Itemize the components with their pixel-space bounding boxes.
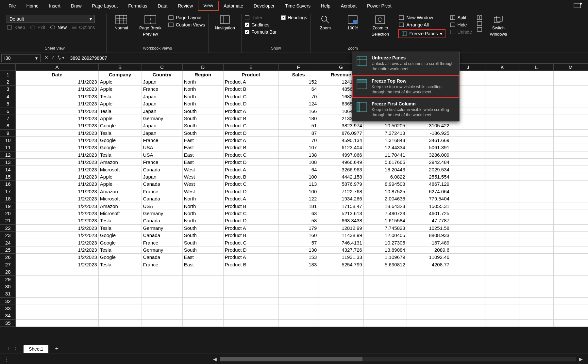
cell[interactable] xyxy=(554,122,588,129)
cell[interactable]: Canada xyxy=(142,166,182,173)
cell[interactable] xyxy=(363,305,407,312)
cell[interactable]: 6123.404 xyxy=(318,144,364,151)
cell[interactable]: Apple xyxy=(98,115,142,122)
cell[interactable] xyxy=(16,268,98,275)
cell[interactable]: Product C xyxy=(223,239,278,246)
cell[interactable]: 1/2/2023 xyxy=(16,231,98,239)
menu-power-pivot[interactable]: Power Pivot xyxy=(362,1,397,10)
horizontal-scrollbar[interactable]: ◀ ▶ xyxy=(212,356,584,362)
cell[interactable]: Microsoft xyxy=(98,210,142,217)
cell[interactable]: 4601.725 xyxy=(407,210,451,217)
cell[interactable] xyxy=(278,327,318,327)
menu-data[interactable]: Data xyxy=(153,1,173,10)
cell[interactable] xyxy=(182,283,223,290)
keep-button[interactable]: Keep xyxy=(7,25,25,30)
cell[interactable]: USA xyxy=(142,202,182,210)
row-header[interactable]: 29 xyxy=(0,276,16,283)
col-header-K[interactable]: K xyxy=(485,64,519,71)
row-header[interactable]: 22 xyxy=(0,224,16,231)
cell[interactable] xyxy=(278,290,318,297)
cell[interactable] xyxy=(278,276,318,283)
cell[interactable]: Japan xyxy=(142,78,182,85)
cell[interactable]: 7122.768 xyxy=(318,188,364,195)
cell[interactable]: Japan xyxy=(142,122,182,129)
row-header[interactable]: 32 xyxy=(0,297,16,305)
cell[interactable] xyxy=(407,312,451,319)
row-header[interactable]: 10 xyxy=(0,136,16,144)
row-header[interactable]: 18 xyxy=(0,195,16,202)
cell[interactable] xyxy=(98,290,142,297)
cell[interactable] xyxy=(318,297,364,305)
cell[interactable]: 11092.46 xyxy=(407,254,451,261)
cell[interactable]: 113 xyxy=(278,181,318,188)
cell[interactable] xyxy=(485,86,519,93)
name-box[interactable]: I30 ▾ xyxy=(1,54,41,62)
view-side-button[interactable] xyxy=(477,15,482,20)
cell[interactable]: 8.994508 xyxy=(363,181,407,188)
cell[interactable] xyxy=(485,166,519,173)
cell[interactable]: -167.489 xyxy=(407,239,451,246)
cell[interactable]: 11.70441 xyxy=(363,151,407,158)
accept-formula-icon[interactable]: ✓ xyxy=(51,55,55,61)
cell[interactable]: 18.20443 xyxy=(363,166,407,173)
cell[interactable]: 64 xyxy=(278,86,318,93)
cell[interactable]: East xyxy=(182,261,223,268)
cell[interactable] xyxy=(278,312,318,319)
cell[interactable]: 779.5404 xyxy=(407,195,451,202)
page-layout-button[interactable]: Page Layout xyxy=(168,15,205,20)
cell[interactable]: 166 xyxy=(278,107,318,115)
new-window-button[interactable]: New Window xyxy=(398,15,445,20)
cell[interactable] xyxy=(363,290,407,297)
cell[interactable] xyxy=(485,93,519,100)
cell[interactable]: Product C xyxy=(223,122,278,129)
cell[interactable]: Japan xyxy=(142,100,182,107)
cell[interactable]: 1/1/2023 xyxy=(16,151,98,158)
cell[interactable] xyxy=(451,136,485,144)
cell[interactable] xyxy=(182,268,223,275)
cell[interactable]: Google xyxy=(98,231,142,239)
cell[interactable] xyxy=(485,136,519,144)
cell[interactable]: North xyxy=(182,86,223,93)
cell[interactable] xyxy=(16,290,98,297)
row-header[interactable]: 26 xyxy=(0,254,16,261)
cell[interactable] xyxy=(554,268,588,275)
cell[interactable]: 47.7787 xyxy=(407,217,451,224)
cell[interactable] xyxy=(554,188,588,195)
cell[interactable]: Product C xyxy=(223,181,278,188)
cell[interactable]: 12.00405 xyxy=(363,231,407,239)
row-header[interactable]: 12 xyxy=(0,151,16,158)
cell[interactable] xyxy=(519,297,554,305)
ruler-checkbox[interactable]: Ruler xyxy=(245,15,277,20)
cell[interactable]: USA xyxy=(142,144,182,151)
cell[interactable] xyxy=(223,312,278,319)
cell[interactable] xyxy=(554,327,588,327)
cell[interactable]: South xyxy=(182,239,223,246)
menu-acrobat[interactable]: Acrobat xyxy=(336,1,362,10)
row-header[interactable]: 20 xyxy=(0,210,16,217)
cell[interactable]: Google xyxy=(98,122,142,129)
cell[interactable] xyxy=(223,283,278,290)
cell[interactable] xyxy=(318,290,364,297)
cancel-formula-icon[interactable]: ✕ xyxy=(44,55,48,61)
cell[interactable] xyxy=(451,297,485,305)
cell[interactable]: 122 xyxy=(278,195,318,202)
cell[interactable] xyxy=(485,173,519,180)
cell[interactable] xyxy=(407,305,451,312)
cell[interactable] xyxy=(554,93,588,100)
cell[interactable] xyxy=(363,283,407,290)
cell[interactable] xyxy=(554,71,588,78)
cell[interactable]: South xyxy=(182,107,223,115)
cell[interactable]: USA xyxy=(142,151,182,158)
cell[interactable] xyxy=(451,305,485,312)
cell[interactable] xyxy=(451,159,485,166)
cell[interactable]: 1/1/2023 xyxy=(16,107,98,115)
cell[interactable]: Product A xyxy=(223,195,278,202)
cell[interactable] xyxy=(519,246,554,253)
cell[interactable]: Product B xyxy=(223,231,278,239)
cell[interactable]: Product D xyxy=(223,100,278,107)
cell[interactable] xyxy=(554,217,588,224)
cell[interactable] xyxy=(182,319,223,326)
cell[interactable]: Company xyxy=(98,71,142,78)
cell[interactable] xyxy=(451,166,485,173)
cell[interactable]: Japan xyxy=(142,107,182,115)
